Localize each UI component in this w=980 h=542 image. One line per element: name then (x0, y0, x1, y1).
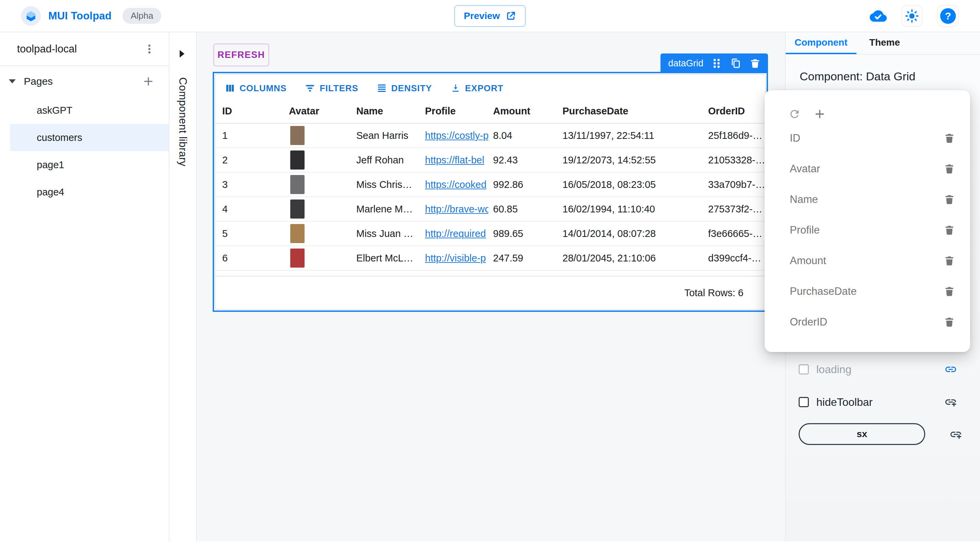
sun-icon (904, 8, 920, 24)
delete-column-button[interactable] (943, 255, 955, 266)
sidebar-item-askgpt[interactable]: askGPT (0, 97, 169, 124)
column-header-amount[interactable]: Amount (493, 105, 563, 117)
list-item[interactable]: Profile (765, 215, 970, 245)
delete-column-button[interactable] (943, 316, 955, 328)
list-item[interactable]: ID (765, 123, 970, 153)
list-item[interactable]: PurchaseDate (765, 276, 970, 307)
trash-icon (943, 132, 955, 144)
list-item[interactable]: Avatar (765, 153, 970, 184)
cell-amount: 992.86 (493, 179, 563, 190)
refresh-button[interactable]: REFRESH (213, 43, 269, 66)
page-label: askGPT (37, 105, 73, 116)
delete-column-button[interactable] (943, 285, 955, 297)
cell-id: 2 (215, 155, 289, 166)
help-button[interactable] (937, 5, 959, 27)
profile-link[interactable]: https://flat-bel (425, 155, 488, 166)
page-canvas: REFRESH dataGrid (197, 32, 785, 541)
trash-icon (943, 255, 955, 266)
density-label: DENSITY (391, 83, 432, 94)
data-grid-footer: Total Rows: 6 (215, 276, 765, 309)
sidebar-item-page1[interactable]: page1 (0, 151, 169, 179)
delete-column-button[interactable] (943, 163, 955, 175)
component-library-panel[interactable]: Component library (169, 32, 197, 541)
cell-orderid: d399ccf4-… (695, 253, 765, 264)
cloud-synced-icon[interactable] (870, 8, 887, 24)
add-column-button[interactable] (814, 108, 826, 120)
sidebar-item-customers[interactable]: customers (10, 124, 169, 151)
hidetoolbar-checkbox[interactable] (799, 397, 809, 407)
column-header-orderid[interactable]: OrderID (695, 105, 765, 117)
profile-link[interactable]: http://visible-p (425, 253, 488, 264)
sidebar-item-page4[interactable]: page4 (0, 179, 169, 206)
density-button[interactable]: DENSITY (372, 80, 436, 96)
preview-button[interactable]: Preview (454, 5, 526, 27)
delete-column-button[interactable] (943, 194, 955, 205)
datagrid-selection-outline[interactable]: dataGrid (213, 72, 768, 312)
table-row[interactable]: 6 Elbert McL… http://visible-p 247.59 28… (215, 246, 765, 271)
alpha-badge: Alpha (123, 8, 162, 24)
avatar (290, 199, 305, 218)
mui-toolpad-logo-icon (21, 6, 41, 26)
profile-link[interactable]: https://costly-p (425, 130, 488, 141)
inspector-tabs: Component Theme (786, 32, 980, 55)
top-bar: MUI Toolpad Alpha Preview (0, 0, 980, 32)
table-row[interactable]: 1 Sean Harris https://costly-p 8.04 13/1… (215, 124, 765, 148)
prop-sx-row: sx (799, 423, 925, 446)
table-row[interactable]: 2 Jeff Rohan https://flat-bel 92.43 19/1… (215, 148, 765, 172)
column-header-name[interactable]: Name (356, 105, 425, 117)
cell-id: 3 (215, 179, 289, 190)
column-name: Avatar (790, 163, 820, 175)
cell-orderid: 33a709b7-… (695, 179, 765, 190)
table-row[interactable]: 3 Miss Chris… https://cooked 992.86 16/0… (215, 172, 765, 197)
column-name: OrderID (790, 316, 827, 328)
cell-name: Elbert McL… (356, 253, 425, 264)
sx-bind-button[interactable] (950, 428, 962, 441)
loading-checkbox[interactable] (799, 364, 809, 375)
delete-component-icon[interactable] (749, 58, 760, 69)
recreate-columns-button[interactable] (788, 108, 801, 120)
kebab-menu-icon[interactable] (143, 43, 155, 55)
tab-component[interactable]: Component (786, 32, 856, 54)
table-row[interactable]: 5 Miss Juan … http://required 989.65 14/… (215, 222, 765, 246)
profile-link[interactable]: https://cooked (425, 179, 488, 190)
list-item[interactable]: Amount (765, 245, 970, 276)
columns-label: COLUMNS (240, 83, 286, 94)
list-item[interactable]: OrderID (765, 307, 970, 337)
columns-button[interactable]: COLUMNS (221, 80, 291, 96)
column-header-id[interactable]: ID (215, 105, 289, 117)
hidetoolbar-label: hideToolbar (816, 396, 872, 408)
cell-purchasedate: 14/01/2014, 08:07:28 (563, 228, 695, 239)
component-heading: Component: Data Grid (800, 70, 980, 83)
brand[interactable]: MUI Toolpad Alpha (21, 6, 161, 26)
page-label: customers (37, 132, 82, 143)
delete-column-button[interactable] (943, 132, 955, 144)
columns-list: ID Avatar Name (765, 123, 970, 337)
loading-bind-button[interactable] (944, 363, 957, 376)
column-header-avatar[interactable]: Avatar (289, 105, 356, 117)
tab-theme[interactable]: Theme (861, 32, 909, 54)
export-button[interactable]: EXPORT (447, 80, 508, 96)
table-row[interactable]: 4 Marlene M… http://brave-wo 60.85 16/02… (215, 197, 765, 222)
cell-orderid: 25f186d9-… (695, 130, 765, 141)
selected-component-name: dataGrid (668, 58, 703, 69)
trash-icon (943, 163, 955, 175)
profile-link[interactable]: http://required (425, 228, 488, 239)
selected-component-chip[interactable]: dataGrid (660, 53, 768, 73)
list-item[interactable]: Name (765, 184, 970, 215)
expand-panel-chevron-icon (180, 50, 185, 57)
cell-amount: 989.65 (493, 228, 563, 239)
delete-column-button[interactable] (943, 224, 955, 236)
sx-button[interactable]: sx (799, 423, 925, 445)
add-page-icon[interactable] (142, 75, 154, 88)
column-header-purchasedate[interactable]: PurchaseDate (563, 105, 695, 117)
cell-name: Marlene M… (356, 204, 425, 215)
duplicate-component-icon[interactable] (730, 57, 741, 69)
hidetoolbar-bind-button[interactable] (944, 395, 957, 408)
profile-link[interactable]: http://brave-wo (425, 204, 488, 215)
drag-handle-icon[interactable] (711, 57, 722, 69)
pages-collapse-caret-icon[interactable] (9, 79, 16, 83)
filters-button[interactable]: FILTERS (301, 80, 362, 96)
theme-brightness-button[interactable] (901, 5, 923, 27)
cell-id: 4 (215, 204, 289, 215)
column-header-profile[interactable]: Profile (425, 105, 493, 117)
